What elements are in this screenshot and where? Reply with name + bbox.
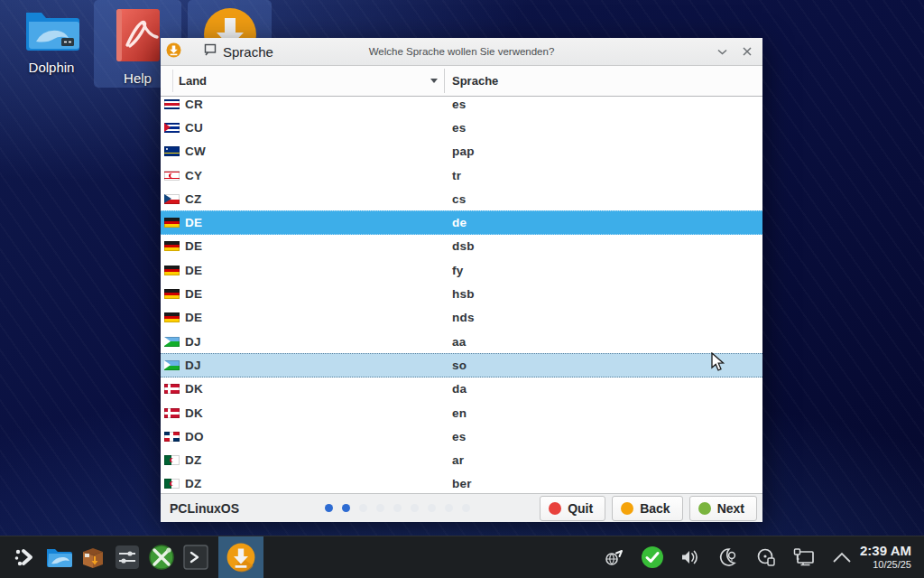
table-row[interactable]: DZ ber — [161, 472, 762, 493]
wizard-buttons: Quit Back Next — [540, 496, 757, 521]
next-button[interactable]: Next — [689, 496, 757, 521]
progress-dot — [359, 504, 367, 512]
night-color-tray[interactable] — [712, 536, 744, 578]
language-code: aa — [452, 335, 466, 349]
desktop-icon-dolphin[interactable]: Dolphin — [11, 5, 92, 89]
table-row[interactable]: DJ so — [161, 353, 762, 377]
table-row[interactable]: DK en — [161, 401, 762, 424]
country-flag-icon — [164, 479, 180, 489]
country-flag-icon — [164, 312, 180, 322]
table-row[interactable]: CR es — [161, 97, 762, 116]
language-code: es — [452, 121, 466, 135]
package-manager-launcher[interactable] — [76, 536, 110, 578]
table-row[interactable]: DK da — [161, 378, 762, 401]
back-dot-icon — [621, 502, 633, 515]
table-row[interactable]: CY tr — [161, 163, 762, 187]
updates-ok-tray[interactable] — [636, 536, 669, 578]
progress-dots — [325, 504, 470, 512]
app-menu-icon — [12, 545, 37, 570]
country-code: CW — [185, 144, 206, 158]
display-tray[interactable] — [788, 536, 820, 578]
dialog-window-icon — [203, 43, 217, 60]
country-code: DE — [185, 287, 202, 301]
country-flag-icon — [164, 289, 180, 299]
minimize-button[interactable] — [710, 38, 734, 65]
terminal-launcher[interactable] — [179, 536, 213, 578]
progress-dot — [376, 504, 384, 512]
table-row[interactable]: DE nds — [161, 306, 762, 330]
clock[interactable]: 2:39 AM 10/25/25 — [860, 544, 911, 570]
country-code: DJ — [185, 359, 201, 372]
language-code: es — [452, 430, 466, 443]
country-flag-icon — [164, 218, 180, 228]
table-row[interactable]: DE hsb — [161, 282, 762, 305]
country-code: DK — [185, 382, 203, 396]
installer-window: Sprache Welche Sprache wollen Sie verwen… — [161, 38, 762, 522]
clock-date: 10/25/25 — [860, 559, 911, 570]
country-flag-icon — [164, 241, 180, 251]
country-flag-icon — [164, 171, 180, 181]
country-code: DE — [185, 216, 202, 229]
table-row[interactable]: CW pap — [161, 140, 762, 163]
country-code: CZ — [185, 192, 201, 206]
back-button[interactable]: Back — [612, 496, 682, 521]
installer-taskbar-task[interactable] — [218, 536, 263, 578]
close-button[interactable] — [735, 38, 759, 65]
control-center-launcher[interactable] — [144, 536, 179, 578]
table-row[interactable]: DE fy — [161, 258, 762, 282]
device-notifier-tray[interactable] — [750, 536, 782, 578]
table-row[interactable]: DO es — [161, 424, 762, 448]
progress-dot — [411, 504, 419, 512]
country-code: CU — [185, 121, 203, 135]
progress-dot — [428, 504, 436, 512]
wizard-footer: PCLinuxOS Quit Back Next — [161, 493, 762, 522]
language-code: ber — [452, 477, 472, 490]
table-row[interactable]: CZ cs — [161, 187, 762, 210]
table-row[interactable]: CU es — [161, 116, 762, 139]
country-flag-icon — [164, 123, 180, 133]
network-globe-tray[interactable] — [598, 536, 631, 578]
language-code: so — [452, 359, 467, 372]
expand-tray-button[interactable] — [826, 536, 858, 578]
sort-dropdown-icon[interactable] — [430, 79, 438, 83]
desktop-wallpaper: Dolphin Help — [0, 0, 924, 578]
mouse-cursor — [710, 352, 726, 376]
country-code: DE — [185, 311, 202, 324]
column-header-land[interactable]: Land — [179, 74, 207, 88]
table-row[interactable]: DE dsb — [161, 235, 762, 258]
language-code: da — [452, 382, 467, 396]
next-dot-icon — [698, 502, 711, 515]
progress-dot — [462, 504, 470, 512]
clock-time: 2:39 AM — [860, 544, 911, 559]
country-flag-icon — [164, 337, 180, 347]
settings-launcher[interactable] — [110, 536, 144, 578]
package-manager-icon — [80, 545, 106, 570]
country-code: DE — [185, 239, 202, 253]
language-code: fy — [452, 264, 463, 277]
installer-icon — [226, 542, 256, 573]
country-code: DO — [185, 430, 204, 443]
volume-tray[interactable] — [674, 536, 707, 578]
device-notifier-icon — [755, 546, 777, 568]
country-code: DE — [185, 264, 202, 277]
desktop-icon-label: Help — [124, 70, 152, 86]
column-header-sprache[interactable]: Sprache — [452, 74, 498, 88]
table-row[interactable]: DJ aa — [161, 330, 762, 353]
window-titlebar[interactable]: Sprache Welche Sprache wollen Sie verwen… — [161, 38, 762, 66]
quit-button[interactable]: Quit — [540, 496, 605, 521]
country-code: DK — [185, 406, 203, 420]
table-row[interactable]: DZ ar — [161, 448, 762, 471]
network-globe-icon — [604, 546, 625, 568]
country-flag-icon — [164, 194, 180, 204]
app-menu-button[interactable] — [7, 536, 42, 578]
next-button-label: Next — [717, 501, 744, 516]
brand-label: PCLinuxOS — [170, 501, 239, 516]
desktop-icon-label: Dolphin — [29, 60, 75, 75]
settings-sliders-icon — [115, 545, 140, 570]
chevron-up-icon — [832, 551, 852, 564]
file-manager-launcher[interactable] — [42, 536, 76, 578]
country-code: CY — [185, 169, 202, 182]
progress-dot — [393, 504, 402, 512]
progress-dot — [342, 504, 350, 512]
table-row[interactable]: DE de — [161, 210, 762, 234]
